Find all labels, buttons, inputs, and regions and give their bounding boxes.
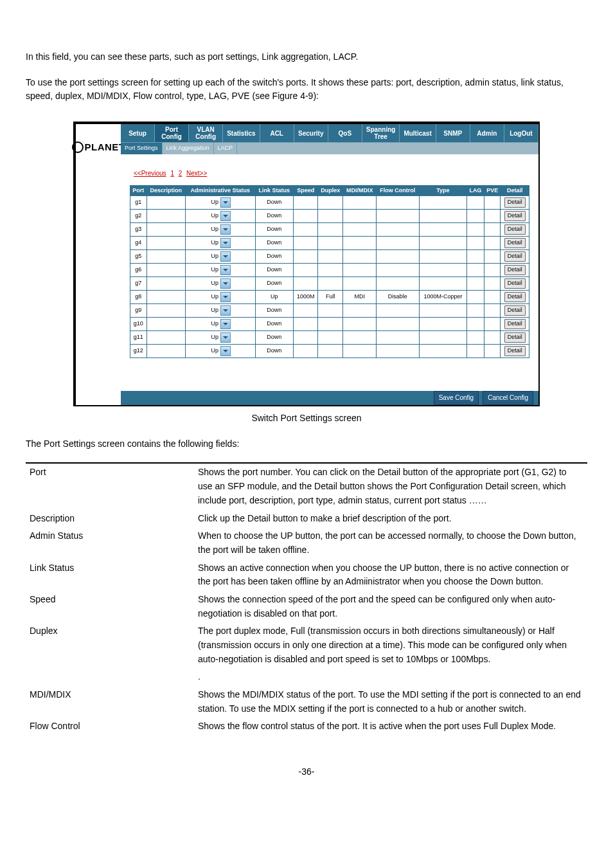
- field-desc: When to choose the UP button, the port c…: [194, 527, 587, 559]
- cell-detail: Detail: [501, 264, 529, 277]
- cell-speed: [294, 318, 318, 331]
- cell-lag: [467, 210, 484, 223]
- admin-status-value: Up: [210, 198, 220, 207]
- nav-item-snmp[interactable]: SNMP: [436, 124, 470, 142]
- table-row: g2UpDownDetail: [130, 210, 529, 223]
- admin-status-value: Up: [210, 279, 220, 288]
- cell-link-status: Down: [255, 210, 293, 223]
- cell-flow: [377, 318, 420, 331]
- cell-duplex: [318, 250, 343, 264]
- nav-item-multicast[interactable]: Multicast: [400, 124, 436, 142]
- caption-text: Switch Port Settings screen: [251, 413, 361, 423]
- chevron-down-icon[interactable]: [220, 211, 231, 221]
- cell-detail: Detail: [501, 277, 529, 291]
- field-desc: Shows the port number. You can click on …: [194, 463, 587, 509]
- cell-lag: [467, 250, 484, 264]
- nav-item-logout[interactable]: LogOut: [504, 124, 538, 142]
- detail-button[interactable]: Detail: [504, 305, 526, 316]
- cell-mdi: [343, 250, 377, 264]
- field-desc: Shows the flow control status of the por…: [194, 718, 587, 736]
- cell-detail: Detail: [501, 291, 529, 304]
- cell-link-status: Down: [255, 264, 293, 277]
- cell-link-status: Down: [255, 345, 293, 358]
- nav-item-port-config[interactable]: Port Config: [155, 124, 189, 142]
- cell-detail: Detail: [501, 210, 529, 223]
- pager-page-2[interactable]: 2: [179, 170, 182, 177]
- detail-button[interactable]: Detail: [504, 332, 526, 343]
- cell-port: g8: [130, 291, 147, 304]
- nav-item-acl[interactable]: ACL: [260, 124, 294, 142]
- pager-prev[interactable]: <<Previous: [134, 170, 166, 177]
- subnav-item-lacp[interactable]: LACP: [214, 143, 238, 154]
- cell-mdi: [343, 223, 377, 237]
- chevron-down-icon[interactable]: [220, 292, 231, 302]
- cell-lag: [467, 264, 484, 277]
- detail-button[interactable]: Detail: [504, 197, 526, 208]
- chevron-down-icon[interactable]: [220, 251, 231, 262]
- cell-port: g4: [130, 237, 147, 250]
- detail-button[interactable]: Detail: [504, 265, 526, 275]
- nav-item-spanning-tree[interactable]: Spanning Tree: [362, 124, 400, 142]
- cell-flow: [377, 223, 420, 237]
- field-label: [26, 668, 194, 686]
- chevron-down-icon[interactable]: [220, 346, 231, 356]
- cell-description: [147, 304, 186, 318]
- admin-status-value: Up: [210, 333, 220, 342]
- cell-speed: [294, 331, 318, 345]
- cell-lag: [467, 345, 484, 358]
- chevron-down-icon[interactable]: [220, 265, 231, 275]
- chevron-down-icon[interactable]: [220, 305, 231, 316]
- cell-port: g3: [130, 223, 147, 237]
- nav-item-qos[interactable]: QoS: [328, 124, 362, 142]
- save-config-button[interactable]: Save Config: [434, 391, 479, 405]
- cell-type: [419, 237, 467, 250]
- cancel-config-button[interactable]: Cancel Config: [483, 391, 533, 405]
- pager-page-1[interactable]: 1: [170, 170, 174, 177]
- subnav-item-link-aggregation[interactable]: Link Aggregation: [163, 143, 214, 154]
- detail-button[interactable]: Detail: [504, 319, 526, 329]
- cell-pve: [484, 196, 501, 210]
- chevron-down-icon[interactable]: [220, 238, 231, 248]
- chevron-down-icon[interactable]: [220, 278, 231, 289]
- cell-pve: [484, 210, 501, 223]
- nav-item-vlan-config[interactable]: VLAN Config: [189, 124, 223, 142]
- subnav-item-port-settings[interactable]: Port Settings: [121, 143, 163, 154]
- field-desc: Shows the connection speed of the port a…: [194, 591, 587, 622]
- brand-text: PLANET: [85, 140, 125, 154]
- cell-port: g10: [130, 318, 147, 331]
- detail-button[interactable]: Detail: [504, 238, 526, 248]
- detail-button[interactable]: Detail: [504, 278, 526, 289]
- chevron-down-icon[interactable]: [220, 197, 231, 208]
- detail-button[interactable]: Detail: [504, 211, 526, 221]
- cell-duplex: [318, 264, 343, 277]
- chevron-down-icon[interactable]: [220, 319, 231, 329]
- detail-button[interactable]: Detail: [504, 292, 526, 302]
- cell-pve: [484, 250, 501, 264]
- nav-item-statistics[interactable]: Statistics: [223, 124, 260, 142]
- col-header: Administrative Status: [186, 185, 255, 196]
- cell-pve: [484, 291, 501, 304]
- cell-duplex: [318, 318, 343, 331]
- cell-lag: [467, 196, 484, 210]
- sub-text: To use the port settings screen for sett…: [26, 77, 564, 102]
- cell-port: g7: [130, 277, 147, 291]
- cell-type: [419, 331, 467, 345]
- cell-admin-status: Up: [186, 277, 255, 291]
- col-header: MDI/MDIX: [343, 185, 377, 196]
- cell-detail: Detail: [501, 237, 529, 250]
- nav-item-admin[interactable]: Admin: [470, 124, 504, 142]
- detail-button[interactable]: Detail: [504, 224, 526, 235]
- chevron-down-icon[interactable]: [220, 332, 231, 343]
- chevron-down-icon[interactable]: [220, 224, 231, 235]
- nav-item-setup[interactable]: Setup: [121, 124, 155, 142]
- cell-flow: [377, 277, 420, 291]
- nav-item-security[interactable]: Security: [294, 124, 328, 142]
- field-row: .: [26, 668, 587, 686]
- cell-description: [147, 345, 186, 358]
- sub-nav: Port SettingsLink AggregationLACP: [121, 142, 538, 154]
- table-row: g11UpDownDetail: [130, 331, 529, 345]
- detail-button[interactable]: Detail: [504, 346, 526, 356]
- cell-port: g11: [130, 331, 147, 345]
- pager-next[interactable]: Next>>: [186, 170, 207, 177]
- detail-button[interactable]: Detail: [504, 251, 526, 262]
